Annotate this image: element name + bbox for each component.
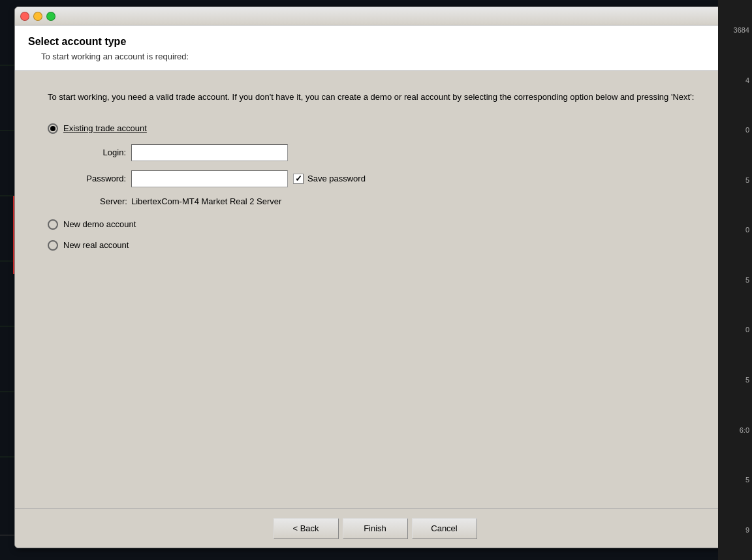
- password-input[interactable]: [131, 170, 288, 187]
- radio-real-indicator[interactable]: [48, 240, 58, 251]
- save-password-row: Save password: [293, 174, 366, 184]
- radio-real-label: New real account: [63, 240, 129, 250]
- radio-demo-account[interactable]: New demo account: [48, 219, 702, 230]
- minimize-window-button[interactable]: [33, 12, 42, 21]
- server-row: Server: LibertexCom-MT4 Market Real 2 Se…: [100, 196, 702, 206]
- radio-existing-label: Existing trade account: [63, 123, 147, 133]
- chart-price-axis: 3684 4 0 5 0 5 0 5 6:0 5 9: [718, 0, 752, 560]
- radio-demo-indicator[interactable]: [48, 219, 58, 230]
- price-label: 5: [721, 476, 749, 484]
- login-input[interactable]: [131, 144, 288, 161]
- save-password-checkbox[interactable]: [293, 174, 304, 184]
- price-label: 4: [721, 76, 749, 84]
- price-label: 0: [721, 326, 749, 334]
- price-label: 0: [721, 126, 749, 134]
- price-label: 5: [721, 276, 749, 284]
- dialog-window: Select account type To start working an …: [14, 7, 736, 548]
- password-label: Password:: [74, 174, 126, 183]
- price-label: 3684: [721, 26, 749, 34]
- dialog-content: To start working, you need a valid trade…: [15, 71, 735, 281]
- radio-existing-account[interactable]: Existing trade account: [48, 123, 702, 134]
- dialog-subtitle: To start working an account is required:: [41, 52, 722, 61]
- server-label: Server:: [100, 196, 127, 206]
- login-row: Login:: [74, 144, 702, 161]
- radio-existing-indicator[interactable]: [48, 123, 58, 134]
- radio-real-account[interactable]: New real account: [48, 240, 702, 251]
- price-label: 9: [721, 526, 749, 534]
- price-label: 5: [721, 376, 749, 384]
- dialog-footer: < Back Finish Cancel: [15, 508, 735, 548]
- dialog-header: Select account type To start working an …: [15, 25, 735, 71]
- price-label: 5: [721, 176, 749, 184]
- radio-demo-label: New demo account: [63, 219, 136, 229]
- password-row: Password: Save password: [74, 170, 702, 187]
- maximize-window-button[interactable]: [46, 12, 55, 21]
- cancel-button[interactable]: Cancel: [412, 518, 477, 539]
- price-label: 0: [721, 226, 749, 234]
- title-bar: [15, 7, 735, 25]
- server-value: LibertexCom-MT4 Market Real 2 Server: [131, 196, 281, 206]
- existing-account-form: Login: Password: Save password Server: L…: [74, 144, 702, 206]
- dialog-title: Select account type: [28, 36, 722, 48]
- description-text: To start working, you need a valid trade…: [48, 91, 702, 104]
- save-password-label: Save password: [307, 174, 366, 183]
- close-window-button[interactable]: [20, 12, 29, 21]
- finish-button[interactable]: Finish: [343, 518, 408, 539]
- price-label: 6:0: [721, 426, 749, 434]
- login-label: Login:: [74, 148, 126, 157]
- window-controls: [20, 12, 55, 21]
- back-button[interactable]: < Back: [274, 518, 339, 539]
